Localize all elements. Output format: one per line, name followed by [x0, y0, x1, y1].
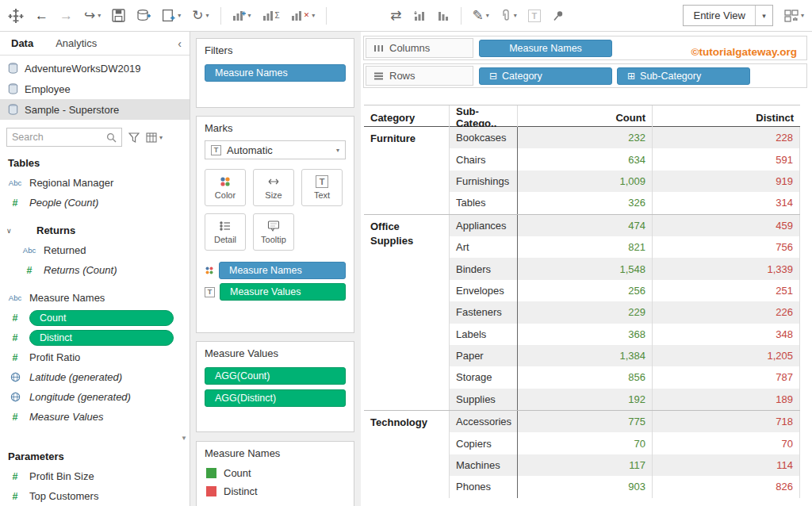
pill-label: AGG(Distinct) [215, 393, 276, 404]
table-row[interactable]: Paper1,3841,205 [450, 345, 800, 366]
field-pill[interactable]: Distinct [29, 330, 174, 346]
clear-sheet-icon[interactable]: ✕ ▾ [291, 10, 316, 22]
detail-button[interactable]: Detail [205, 213, 246, 251]
duplicate-sheet-icon[interactable]: ▾ [232, 10, 251, 22]
pin-icon[interactable] [552, 10, 565, 22]
totals-icon[interactable]: Σ [262, 10, 280, 22]
field-item[interactable]: #Measure Values [0, 407, 190, 427]
tab-analytics[interactable]: Analytics [44, 32, 108, 55]
field-pill[interactable]: ⊞Sub-Category [617, 67, 750, 85]
table-row[interactable]: Chairs634591 [450, 148, 800, 170]
count-cell: 229 [518, 301, 653, 323]
field-pill[interactable]: AGG(Distinct) [205, 389, 346, 407]
field-pill[interactable]: Measure Names [479, 40, 612, 57]
field-item[interactable]: AbcMeasure Names [0, 288, 190, 308]
datasource-item[interactable]: Employee [0, 79, 190, 99]
data-pane-tabs: Data Analytics ‹ [0, 32, 190, 56]
tooltip-button[interactable]: Tooltip [253, 213, 294, 251]
category-cell[interactable]: Furniture [364, 127, 450, 214]
field-item[interactable]: Longitude (generated) [0, 387, 190, 407]
field-item[interactable]: #Profit Bin Size [0, 466, 190, 486]
highlight-icon[interactable]: ✎▾ [473, 9, 489, 22]
table-row[interactable]: Labels368348 [450, 324, 800, 345]
distinct-cell: 251 [653, 280, 800, 301]
field-item[interactable]: Latitude (generated) [0, 367, 190, 387]
table-row[interactable]: Furnishings1,009919 [450, 171, 800, 192]
field-item[interactable]: ∨Returns [0, 220, 190, 240]
show-me-icon[interactable]: ▾ [784, 10, 804, 22]
table-row[interactable]: Accessories775718 [450, 411, 800, 432]
show-mark-labels-icon[interactable]: T [528, 10, 541, 22]
table-row[interactable]: Tables326314 [450, 192, 800, 213]
field-item[interactable]: #People (Count) [0, 193, 190, 213]
count-cell: 192 [518, 389, 653, 410]
redo-icon[interactable]: → [59, 9, 73, 22]
field-item[interactable]: #Top Customers [0, 486, 190, 506]
chevron-down-icon[interactable]: ∨ [6, 227, 14, 235]
field-item[interactable]: #Profit Ratio [0, 347, 190, 367]
table-row[interactable]: Art821756 [450, 236, 800, 258]
field-label: People (Count) [29, 197, 98, 209]
toolbar-divider [326, 7, 327, 25]
datasource-item[interactable]: Sample - Superstore [0, 99, 190, 120]
text-button[interactable]: TText [301, 169, 343, 206]
table-row[interactable]: Appliances474459 [450, 215, 800, 236]
table-row[interactable]: Machines117114 [450, 454, 800, 476]
replay-icon[interactable]: ↪▾ [84, 9, 101, 22]
field-pill[interactable]: Measure Values [220, 283, 346, 301]
field-item[interactable]: #Distinct [0, 328, 190, 347]
sort-ascending-icon[interactable] [413, 10, 426, 22]
datasource-item[interactable]: AdventureWorksDW2019 [0, 58, 190, 79]
table-row[interactable]: Copiers7070 [450, 432, 800, 454]
header-subcategory[interactable]: Sub-Catego.. [450, 105, 518, 129]
run-updates-icon[interactable]: ↻▾ [192, 9, 209, 22]
table-row[interactable]: Bookcases232228 [450, 127, 800, 148]
table-row[interactable]: Storage856787 [450, 366, 800, 388]
table-row[interactable]: Supplies192189 [450, 389, 800, 410]
caret-down-icon: ▾ [486, 13, 489, 19]
table-row[interactable]: Envelopes256251 [450, 280, 800, 301]
search-input[interactable]: Search [6, 128, 122, 147]
field-pill[interactable]: Measure Names [219, 262, 346, 279]
distinct-cell: 1,205 [653, 345, 800, 366]
sort-descending-icon[interactable] [437, 10, 450, 22]
field-pill[interactable]: ⊟Category [479, 67, 612, 85]
swap-rows-columns-icon[interactable]: ⇄ [390, 9, 401, 22]
pill-label: Measure Names [509, 43, 582, 54]
table-row[interactable]: Binders1,5481,339 [450, 258, 800, 279]
field-item[interactable]: AbcReturned [0, 240, 190, 260]
save-icon[interactable] [112, 9, 125, 22]
field-pill[interactable]: AGG(Count) [205, 367, 346, 385]
collapse-pane-icon[interactable]: ‹ [170, 37, 190, 50]
field-pill[interactable]: Measure Names [205, 64, 346, 82]
category-cell[interactable]: Office Supplies [364, 215, 450, 411]
group-members-icon[interactable]: ▾ [500, 9, 517, 22]
expand-box-icon[interactable]: ⊞ [627, 71, 635, 82]
table-row[interactable]: Phones903826 [450, 476, 800, 497]
field-item[interactable]: #Count [0, 308, 190, 328]
filter-fields-icon[interactable] [128, 132, 140, 143]
field-item[interactable]: #Returns (Count) [0, 260, 190, 280]
field-pill[interactable]: Count [29, 310, 174, 326]
legend-item[interactable]: Count [206, 467, 344, 479]
tableau-logo-icon[interactable] [8, 8, 24, 24]
tab-data[interactable]: Data [0, 32, 44, 55]
fit-selector[interactable]: Entire View ▾ [683, 5, 773, 26]
color-button[interactable]: Color [205, 169, 246, 206]
header-count[interactable]: Count [518, 105, 653, 129]
new-worksheet-icon[interactable]: ▾ [162, 9, 181, 22]
header-category[interactable]: Category [364, 105, 450, 129]
undo-icon[interactable]: ← [35, 9, 48, 22]
field-label: Returns [36, 224, 75, 236]
field-item[interactable]: AbcRegional Manager [0, 173, 190, 193]
scroll-down-icon[interactable]: ▼ [181, 435, 187, 442]
legend-item[interactable]: Distinct [206, 485, 344, 497]
header-distinct[interactable]: Distinct [653, 105, 800, 129]
view-data-grid-icon[interactable]: ▾ [146, 132, 163, 143]
mark-type-dropdown[interactable]: T Automatic ▾ [205, 140, 346, 159]
size-button[interactable]: Size [253, 169, 294, 206]
new-datasource-icon[interactable] [136, 9, 151, 22]
category-cell[interactable]: Technology [364, 411, 450, 498]
collapse-box-icon[interactable]: ⊟ [489, 71, 497, 82]
table-row[interactable]: Fasteners229226 [450, 301, 800, 323]
